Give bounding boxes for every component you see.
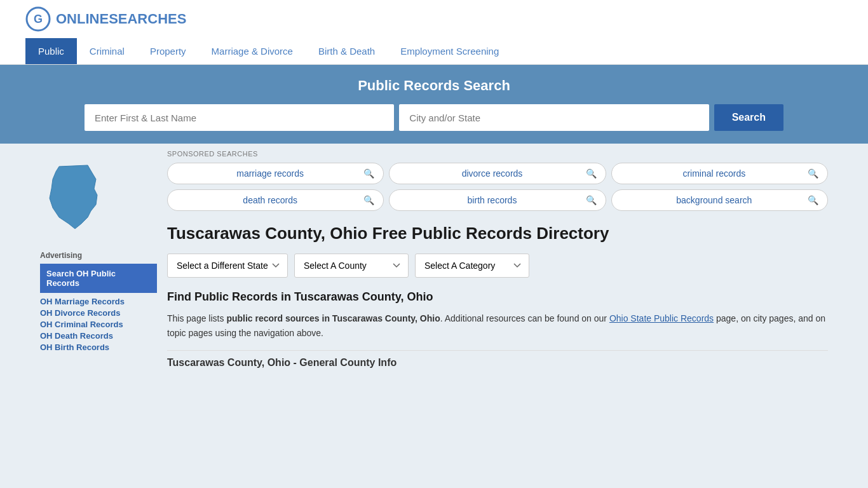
find-desc-bold: public record sources in Tuscarawas Coun… [226, 313, 440, 323]
sidebar-ad-box[interactable]: Search OH Public Records [40, 264, 157, 293]
find-desc-end: . Additional resources can be found on o… [440, 313, 609, 323]
banner-title: Public Records Search [25, 78, 843, 94]
sidebar-link-birth[interactable]: OH Birth Records [40, 342, 157, 352]
sidebar-link-marriage[interactable]: OH Marriage Records [40, 297, 157, 306]
search-icon-background: 🔍 [808, 195, 818, 205]
nav-public[interactable]: Public [25, 38, 77, 64]
search-icon-marriage: 🔍 [363, 168, 374, 179]
category-dropdown[interactable]: Select A Category [415, 254, 529, 278]
logo[interactable]: G ONLINESEARCHES [25, 6, 186, 32]
find-records-title: Find Public Records in Tuscarawas County… [167, 290, 828, 304]
sponsored-item-marriage[interactable]: marriage records 🔍 [167, 163, 384, 184]
search-icon-birth: 🔍 [586, 195, 597, 205]
dropdowns-row: Select a Different State Select A County… [167, 254, 828, 278]
county-title: Tuscarawas County, Ohio Free Public Reco… [167, 224, 609, 243]
search-button[interactable]: Search [714, 104, 783, 131]
location-input[interactable] [399, 104, 709, 131]
nav-property[interactable]: Property [137, 38, 199, 64]
sponsored-text-criminal: criminal records [621, 168, 808, 179]
county-header-section: Tuscarawas County, Ohio Free Public Reco… [167, 224, 828, 243]
sponsored-text-divorce: divorce records [398, 168, 585, 179]
search-icon-divorce: 🔍 [586, 168, 597, 179]
sponsored-item-background[interactable]: background search 🔍 [611, 189, 828, 211]
sponsored-text-background: background search [621, 195, 808, 205]
ohio-map-icon [40, 160, 110, 236]
general-info-title: Tuscarawas County, Ohio - General County… [167, 350, 828, 375]
sponsored-text-death: death records [177, 195, 363, 205]
svg-text:G: G [34, 13, 43, 25]
ohio-state-link[interactable]: Ohio State Public Records [609, 313, 714, 323]
sidebar: Advertising Search OH Public Records OH … [40, 150, 167, 375]
search-icon-death: 🔍 [363, 195, 374, 205]
nav-marriage-divorce[interactable]: Marriage & Divorce [199, 38, 306, 64]
search-banner: Public Records Search Search [0, 65, 868, 144]
sponsored-item-birth[interactable]: birth records 🔍 [389, 189, 606, 211]
sponsored-grid: marriage records 🔍 divorce records 🔍 cri… [167, 163, 828, 211]
nav-birth-death[interactable]: Birth & Death [306, 38, 388, 64]
sidebar-link-criminal[interactable]: OH Criminal Records [40, 320, 157, 329]
main-container: Advertising Search OH Public Records OH … [27, 144, 841, 381]
search-bar: Search [85, 104, 783, 131]
advertising-label: Advertising [40, 251, 157, 260]
state-map [40, 160, 157, 238]
sidebar-link-divorce[interactable]: OH Divorce Records [40, 308, 157, 318]
name-input[interactable] [85, 104, 394, 131]
nav-employment[interactable]: Employment Screening [388, 38, 512, 64]
sponsored-text-marriage: marriage records [177, 168, 363, 179]
site-header: G ONLINESEARCHES [0, 0, 868, 38]
sponsored-label: SPONSORED SEARCHES [167, 150, 828, 158]
county-dropdown[interactable]: Select A County [294, 254, 409, 278]
main-content: SPONSORED SEARCHES marriage records 🔍 di… [167, 150, 828, 375]
logo-icon: G [25, 6, 51, 32]
sponsored-item-divorce[interactable]: divorce records 🔍 [389, 163, 606, 184]
nav-criminal[interactable]: Criminal [77, 38, 137, 64]
main-nav: Public Criminal Property Marriage & Divo… [0, 38, 868, 65]
sponsored-item-criminal[interactable]: criminal records 🔍 [611, 163, 828, 184]
state-dropdown[interactable]: Select a Different State [167, 254, 288, 278]
sponsored-item-death[interactable]: death records 🔍 [167, 189, 384, 211]
sidebar-link-death[interactable]: OH Death Records [40, 331, 157, 341]
find-records-description: This page lists public record sources in… [167, 311, 828, 340]
find-desc-start: This page lists [167, 313, 226, 323]
sponsored-text-birth: birth records [398, 195, 585, 205]
search-icon-criminal: 🔍 [808, 168, 818, 179]
logo-text: ONLINESEARCHES [56, 11, 186, 27]
